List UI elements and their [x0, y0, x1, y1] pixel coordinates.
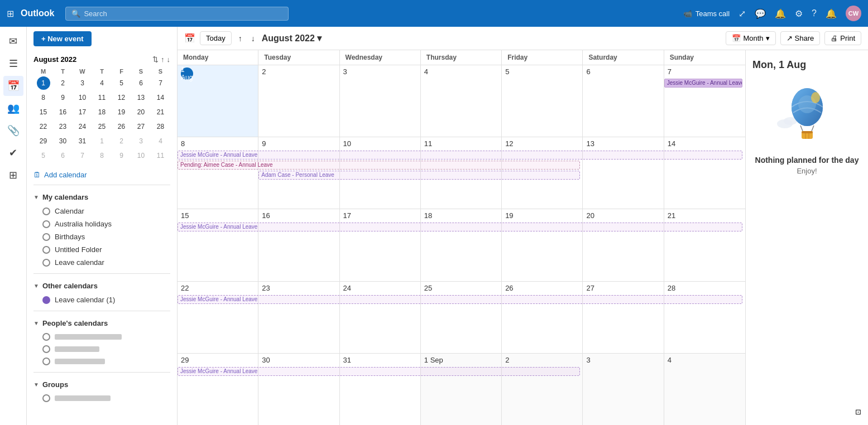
my-calendars-header[interactable]: ▼ My calendars	[33, 190, 170, 205]
mini-cal-day[interactable]: 9	[115, 149, 128, 162]
mini-cal-day[interactable]: 7	[154, 76, 167, 90]
group-1[interactable]	[33, 392, 170, 404]
cal-cell[interactable]: 7	[664, 65, 745, 137]
people-icon[interactable]: 👥	[3, 98, 23, 118]
cal-cell[interactable]: 17	[340, 209, 421, 281]
spanning-event[interactable]: Jessie McGuire - Annual Leave	[178, 223, 742, 231]
mini-cal-day[interactable]: 3	[76, 76, 89, 90]
spanning-event[interactable]: Pending: Aimee Case - Annual Leave	[178, 161, 580, 170]
mini-cal-day[interactable]: 22	[37, 120, 50, 133]
mini-cal-day[interactable]: 15	[37, 105, 50, 119]
mini-cal-day[interactable]: 23	[56, 120, 70, 133]
people-cal-1[interactable]	[33, 331, 170, 343]
mini-cal-next-icon[interactable]: ↓	[167, 55, 171, 64]
share-button[interactable]: ↗ Share	[780, 31, 821, 45]
cal-cell[interactable]: 1 Aug	[178, 65, 258, 137]
todo-icon[interactable]: ✔	[3, 143, 23, 163]
new-event-button[interactable]: + New event	[33, 31, 92, 46]
expand-icon[interactable]: ⤢	[738, 8, 746, 19]
calendar-item-leave-1[interactable]: Leave calendar (1)	[33, 293, 170, 306]
cal-cell[interactable]: 21	[664, 209, 745, 281]
mini-cal-day[interactable]: 28	[154, 120, 167, 133]
mini-cal-day[interactable]: 4	[154, 134, 167, 148]
spanning-event[interactable]: Jessie McGuire - Annual Leave	[178, 151, 742, 160]
mini-cal-day[interactable]: 27	[135, 120, 148, 133]
mini-cal-day[interactable]: 25	[95, 120, 109, 133]
cal-cell[interactable]: 13	[583, 137, 664, 209]
mini-cal-day[interactable]: 2	[56, 76, 70, 90]
cal-cell[interactable]: 1 Sep	[421, 354, 502, 425]
mini-cal-day[interactable]: 14	[154, 91, 167, 104]
mini-cal-day[interactable]: 12	[115, 91, 128, 104]
spanning-event[interactable]: Adam Case - Personal Leave	[258, 171, 580, 180]
notification-icon[interactable]: 🔔	[775, 8, 786, 19]
cal-cell[interactable]: 28	[664, 282, 745, 353]
cal-cell[interactable]: 5	[502, 65, 583, 137]
cal-cell[interactable]: 18	[421, 209, 502, 281]
mini-cal-prev-icon[interactable]: ↑	[161, 55, 165, 64]
cal-cell[interactable]: 25	[421, 282, 502, 353]
calendar-icon[interactable]: 📅	[3, 76, 23, 96]
teams-call-button[interactable]: 📹 Teams call	[683, 9, 730, 18]
mini-cal-day[interactable]: 20	[135, 105, 148, 119]
cal-cell[interactable]: 15	[178, 209, 258, 281]
help-icon[interactable]: ?	[812, 8, 817, 18]
hamburger-icon[interactable]: ☰	[3, 54, 23, 74]
mini-cal-day[interactable]: 3	[135, 134, 148, 148]
calendar-item-leave[interactable]: Leave calendar	[33, 256, 170, 269]
mini-cal-day[interactable]: 19	[115, 105, 128, 119]
mini-cal-day[interactable]: 2	[115, 134, 128, 148]
cal-cell[interactable]: 3	[340, 65, 421, 137]
expand-panel-icon[interactable]: ⊡	[855, 408, 861, 416]
mini-cal-day[interactable]: 29	[37, 134, 50, 148]
feedback-icon[interactable]: 💬	[755, 8, 766, 19]
mini-cal-day[interactable]: 8	[95, 149, 109, 162]
mini-cal-day[interactable]: 30	[56, 134, 70, 148]
mini-cal-day[interactable]: 21	[154, 105, 167, 119]
add-calendar-button[interactable]: 🗓 Add calendar	[27, 167, 177, 182]
mail-icon[interactable]: ✉	[3, 31, 23, 51]
cal-cell[interactable]: 4	[421, 65, 502, 137]
cal-cell[interactable]: 29	[178, 354, 258, 425]
cal-cell[interactable]: 23	[258, 282, 339, 353]
mini-cal-day[interactable]: 31	[76, 134, 89, 148]
mini-cal-day[interactable]: 9	[56, 91, 70, 104]
calendar-item-untitled[interactable]: Untitled Folder	[33, 243, 170, 256]
mini-cal-day[interactable]: 11	[154, 149, 167, 162]
mini-cal-day[interactable]: 8	[37, 91, 50, 104]
cal-cell[interactable]: 2	[502, 354, 583, 425]
view-button[interactable]: 📅 Month ▾	[726, 31, 775, 45]
current-month-label[interactable]: August 2022 ▾	[262, 33, 322, 44]
people-cal-2[interactable]	[33, 343, 170, 355]
mini-cal-day[interactable]: 5	[115, 76, 128, 90]
cal-cell[interactable]: 14	[664, 137, 745, 209]
mini-cal-day[interactable]: 7	[76, 149, 89, 162]
cal-cell[interactable]: 31	[340, 354, 421, 425]
next-month-button[interactable]: ↓	[249, 32, 257, 45]
prev-month-button[interactable]: ↑	[236, 32, 244, 45]
mini-cal-day[interactable]: 11	[95, 91, 109, 104]
mini-cal-day[interactable]: 24	[76, 120, 89, 133]
cal-cell[interactable]: 27	[583, 282, 664, 353]
mini-cal-day[interactable]: 16	[56, 105, 70, 119]
mini-cal-day[interactable]: 18	[95, 105, 109, 119]
cal-cell[interactable]: 16	[258, 209, 339, 281]
mini-cal-day[interactable]: 10	[135, 149, 148, 162]
mini-cal-day[interactable]: 1	[37, 76, 50, 90]
mini-cal-day[interactable]: 4	[95, 76, 109, 90]
mini-cal-day[interactable]: 1	[95, 134, 109, 148]
cal-cell[interactable]: 6	[583, 65, 664, 137]
cal-cell[interactable]: 8	[178, 137, 258, 209]
mini-cal-day[interactable]: 5	[37, 149, 50, 162]
mini-cal-day[interactable]: 26	[115, 120, 128, 133]
mini-cal-sort-icon[interactable]: ⇅	[152, 55, 159, 64]
spanning-event[interactable]: Jessie McGuire - Annual Leave	[178, 367, 580, 376]
other-calendars-header[interactable]: ▼ Other calendars	[33, 278, 170, 293]
avatar[interactable]: CW	[846, 6, 861, 21]
calendar-item-birthdays[interactable]: Birthdays	[33, 230, 170, 243]
cal-cell[interactable]: 3	[583, 354, 664, 425]
app-launcher-icon[interactable]: ⊞	[7, 8, 14, 19]
cal-cell[interactable]: 2	[258, 65, 339, 137]
mini-cal-day[interactable]: 10	[76, 91, 89, 104]
badge-icon[interactable]: 🔔	[826, 8, 837, 19]
